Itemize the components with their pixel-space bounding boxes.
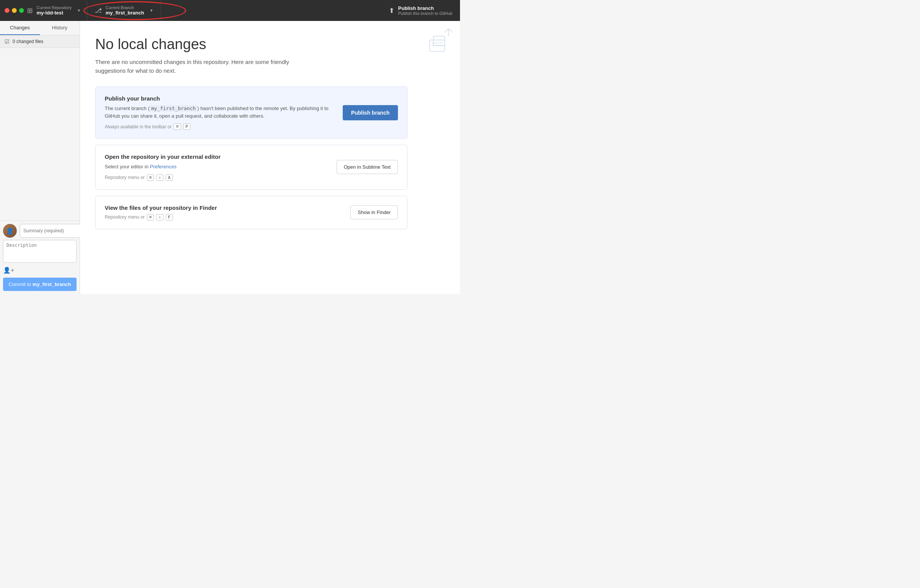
open-editor-hint: Repository menu or ⌘ ⇧ A	[105, 175, 325, 181]
sidebar-empty-area	[0, 48, 79, 220]
branch-name: my_first_branch	[105, 10, 144, 16]
traffic-lights	[0, 0, 24, 21]
p-key: P	[183, 123, 190, 130]
publish-branch-hint: Always available in the toolbar or ⌘ P	[105, 123, 331, 130]
repo-section[interactable]: ⊞ Current Repository my-ldd-test ▼	[21, 0, 87, 21]
commit-form: 👤 👤+ Commit to my_first_branch	[3, 224, 76, 291]
upload-icon: ⬆	[389, 6, 395, 15]
commit-footer: 👤+	[3, 265, 76, 274]
publish-branch-button[interactable]: Publish branch	[343, 105, 398, 120]
show-finder-hint: Repository menu or ⌘ ⇧ F	[105, 214, 339, 220]
repo-icon: ⊞	[27, 6, 33, 15]
maximize-button[interactable]	[19, 8, 24, 13]
cmd-key-2: ⌘	[147, 175, 154, 181]
publish-title: Publish branch	[398, 5, 452, 11]
sidebar: Changes History ☑ 0 changed files 👤 👤+	[0, 21, 80, 294]
titlebar-sections: ⊞ Current Repository my-ldd-test ▼ ⎇ Cur…	[21, 0, 460, 21]
open-editor-card-body: Select your editor in Preferences	[105, 163, 325, 171]
a-key: A	[166, 175, 173, 181]
sidebar-tabs: Changes History	[0, 21, 79, 36]
description-textarea[interactable]	[3, 240, 76, 263]
commit-area: 👤 👤+ Commit to my_first_branch	[0, 220, 79, 294]
branch-info: Current Branch my_first_branch	[105, 5, 144, 16]
minimize-button[interactable]	[12, 8, 17, 13]
commit-top-row: 👤	[3, 224, 76, 238]
show-finder-button[interactable]: Show in Finder	[350, 205, 398, 219]
repo-info: Current Repository my-ldd-test	[37, 5, 71, 16]
branch-chevron-icon: ▼	[149, 8, 153, 13]
commit-button[interactable]: Commit to my_first_branch	[3, 278, 76, 291]
close-button[interactable]	[5, 8, 10, 13]
titlebar: ⊞ Current Repository my-ldd-test ▼ ⎇ Cur…	[0, 0, 460, 21]
no-changes-title: No local changes	[95, 36, 441, 53]
illustration	[426, 29, 456, 60]
select-all-checkbox[interactable]: ☑	[5, 39, 10, 45]
shift-key: ⇧	[156, 175, 164, 181]
avatar: 👤	[3, 224, 17, 238]
branch-section[interactable]: ⎇ Current Branch my_first_branch ▼	[87, 0, 161, 21]
open-editor-card: Open the repository in your external edi…	[95, 145, 407, 190]
publish-branch-card: Publish your branch The current branch (…	[95, 86, 407, 139]
branch-icon: ⎇	[95, 7, 102, 14]
cmd-key: ⌘	[173, 123, 181, 130]
publish-info: Publish branch Publish this branch to Gi…	[398, 5, 452, 16]
no-changes-desc: There are no uncommitted changes in this…	[95, 58, 316, 75]
show-finder-card: View the files of your repository in Fin…	[95, 196, 407, 229]
f-key: F	[166, 214, 173, 220]
branch-label: Current Branch	[105, 5, 144, 10]
cmd-key-3: ⌘	[147, 214, 154, 220]
tab-history[interactable]: History	[40, 21, 80, 35]
add-coauthor-icon[interactable]: 👤+	[3, 267, 14, 274]
publish-branch-card-body: The current branch (my_first_branch) has…	[105, 105, 331, 120]
shift-key-2: ⇧	[156, 214, 164, 220]
repo-name: my-ldd-test	[37, 10, 71, 16]
summary-input[interactable]	[20, 224, 84, 238]
open-editor-card-title: Open the repository in your external edi…	[105, 154, 325, 160]
tab-changes[interactable]: Changes	[0, 21, 40, 35]
publish-branch-card-title: Publish your branch	[105, 95, 331, 102]
main-layout: Changes History ☑ 0 changed files 👤 👤+	[0, 21, 460, 294]
publish-branch-text: Publish your branch The current branch (…	[105, 95, 331, 130]
show-finder-text: View the files of your repository in Fin…	[105, 204, 339, 220]
publish-section[interactable]: ⬆ Publish branch Publish this branch to …	[381, 0, 460, 21]
repo-chevron-icon: ▼	[77, 8, 81, 13]
publish-sub: Publish this branch to GitHub	[398, 11, 452, 16]
content-area: No local changes There are no uncommitte…	[80, 21, 460, 294]
open-editor-text: Open the repository in your external edi…	[105, 154, 325, 181]
changed-files-label: 0 changed files	[13, 39, 44, 44]
repo-label: Current Repository	[37, 5, 71, 10]
svg-rect-1	[433, 36, 445, 46]
open-editor-button[interactable]: Open in Sublime Text	[337, 160, 398, 174]
preferences-link[interactable]: Preferences	[150, 164, 177, 170]
show-finder-card-title: View the files of your repository in Fin…	[105, 204, 339, 211]
changed-files-row: ☑ 0 changed files	[0, 36, 79, 48]
